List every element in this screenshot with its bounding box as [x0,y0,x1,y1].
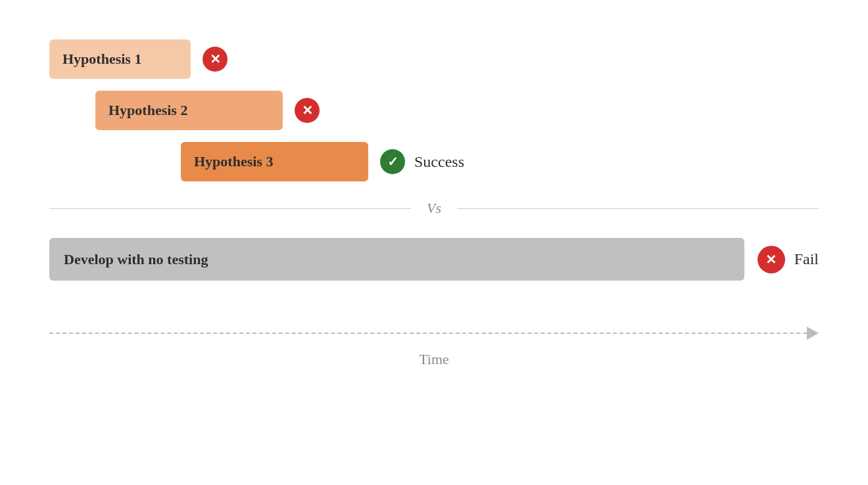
time-section: Time [49,323,819,368]
no-testing-label: Develop with no testing [64,251,208,268]
time-label: Time [49,351,819,368]
vs-text: Vs [427,200,441,217]
divider-line-left [49,208,411,209]
hypothesis-2-label: Hypothesis 2 [108,102,187,119]
time-arrow-head [807,327,819,340]
hypothesis-3-label: Hypothesis 3 [194,153,273,170]
hypothesis-bar-1: Hypothesis 1 [49,39,191,79]
hypothesis-row-1: Hypothesis 1 ✕ [49,39,819,79]
no-testing-row: Develop with no testing ✕ Fail [49,238,819,281]
hypothesis-row-3: Hypothesis 3 ✓ Success [49,142,819,181]
no-testing-bar: Develop with no testing [49,238,744,281]
fail-symbol-1: ✕ [210,53,221,66]
hypotheses-section: Hypothesis 1 ✕ Hypothesis 2 ✕ Hypothesis… [49,26,819,181]
no-testing-fail-icon: ✕ [758,246,785,273]
hypothesis-2-fail-icon: ✕ [295,98,320,123]
main-container: Hypothesis 1 ✕ Hypothesis 2 ✕ Hypothesis… [0,0,868,485]
hypothesis-row-2: Hypothesis 2 ✕ [49,91,819,130]
hypothesis-1-fail-icon: ✕ [203,47,228,72]
vs-divider: Vs [49,200,819,217]
hypothesis-bar-3: Hypothesis 3 [181,142,368,181]
success-symbol-3: ✓ [387,155,398,168]
no-testing-fail-label: Fail [794,250,819,268]
hypothesis-1-label: Hypothesis 1 [62,51,141,68]
hypothesis-3-success-icon: ✓ [380,149,405,174]
hypothesis-bar-2: Hypothesis 2 [95,91,283,130]
no-testing-fail-symbol: ✕ [765,253,777,266]
fail-symbol-2: ✕ [302,104,313,117]
divider-line-right [457,208,819,209]
time-dashed-line [49,333,807,334]
success-label: Success [414,153,464,171]
time-arrow-container [49,323,819,343]
